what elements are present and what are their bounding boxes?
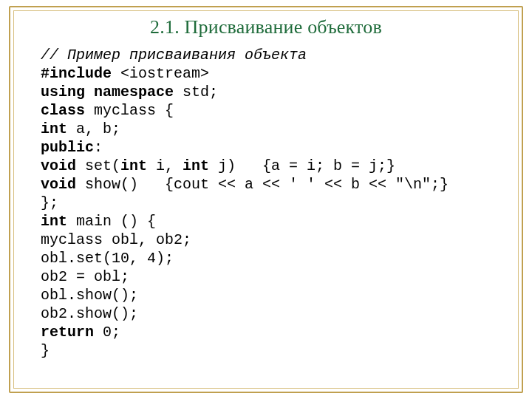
decorative-frame xyxy=(9,6,523,393)
